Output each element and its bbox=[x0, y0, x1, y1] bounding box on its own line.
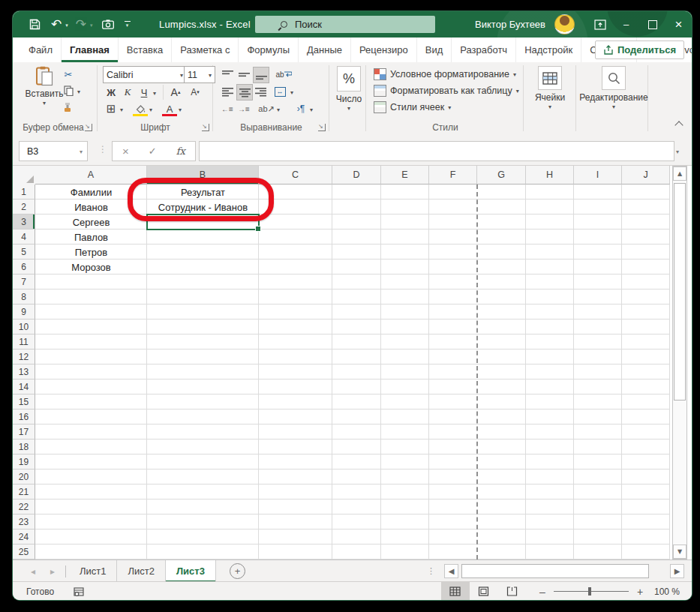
font-size-select[interactable]: 11▾ bbox=[184, 66, 215, 83]
column-header-J[interactable]: J bbox=[622, 166, 670, 184]
undo-icon[interactable]: ↶ bbox=[51, 16, 62, 32]
prev-sheet-icon[interactable]: ◂ bbox=[23, 560, 43, 582]
row-header-3[interactable]: 3 bbox=[13, 214, 35, 230]
paste-button[interactable]: Вставить ▾ bbox=[26, 66, 62, 106]
format-painter-button[interactable] bbox=[61, 100, 76, 115]
copy-button[interactable] bbox=[61, 83, 76, 98]
text-direction-dropdown-icon[interactable]: ▾ bbox=[310, 107, 313, 113]
zoom-level[interactable]: 100 % bbox=[654, 586, 680, 597]
column-header-F[interactable]: F bbox=[429, 166, 477, 184]
cell-A6[interactable]: Морозов bbox=[35, 260, 147, 274]
row-header-16[interactable]: 16 bbox=[13, 410, 35, 424]
align-center-button[interactable] bbox=[236, 84, 253, 100]
sheet-tab-3[interactable]: Лист3 bbox=[166, 560, 216, 582]
column-header-H[interactable]: H bbox=[526, 166, 574, 184]
close-button[interactable]: × bbox=[665, 11, 692, 38]
horizontal-scrollbar[interactable]: ◀ ▶ bbox=[444, 564, 684, 578]
font-color-button[interactable]: А bbox=[162, 101, 177, 116]
customize-qat-icon[interactable]: ▾ bbox=[125, 21, 131, 28]
scroll-right-button[interactable]: ▶ bbox=[670, 564, 684, 578]
user-avatar[interactable] bbox=[554, 14, 575, 34]
borders-button[interactable]: ⊞ bbox=[104, 101, 119, 116]
enter-icon[interactable]: ✓ bbox=[149, 146, 157, 157]
ribbon-tab-5[interactable]: Данные bbox=[299, 38, 351, 62]
cell-A3[interactable]: Сергеев bbox=[35, 214, 147, 230]
scroll-down-button[interactable]: ▼ bbox=[673, 544, 686, 559]
merge-center-button[interactable]: ↔ bbox=[271, 84, 289, 99]
align-middle-button[interactable] bbox=[236, 67, 251, 82]
row-header-25[interactable]: 25 bbox=[13, 544, 35, 560]
ribbon-tab-6[interactable]: Рецензиро bbox=[351, 38, 417, 62]
row-header-19[interactable]: 19 bbox=[13, 454, 35, 470]
account-name[interactable]: Виктор Бухтеев bbox=[475, 19, 545, 30]
save-icon[interactable] bbox=[29, 19, 41, 30]
merge-dropdown-icon[interactable]: ▾ bbox=[290, 90, 293, 96]
ribbon-tab-1[interactable]: Главная bbox=[62, 38, 119, 62]
ribbon-tab-8[interactable]: Разработч bbox=[452, 38, 516, 62]
decrease-indent-button[interactable]: ←≡ bbox=[220, 101, 235, 116]
page-break-view-button[interactable] bbox=[498, 582, 527, 600]
ribbon-tab-4[interactable]: Формулы bbox=[239, 38, 299, 62]
scroll-up-button[interactable]: ▲ bbox=[673, 166, 686, 181]
maximize-button[interactable] bbox=[639, 11, 665, 38]
align-top-button[interactable] bbox=[220, 67, 235, 82]
row-header-23[interactable]: 23 bbox=[13, 514, 35, 530]
align-right-button[interactable] bbox=[253, 84, 268, 99]
cells-button[interactable]: Ячейки ▾ bbox=[529, 66, 571, 110]
undo-dropdown-icon[interactable]: ▾ bbox=[65, 22, 68, 28]
text-direction-button[interactable]: ›¶ bbox=[293, 101, 308, 116]
row-header-2[interactable]: 2 bbox=[13, 200, 35, 214]
column-header-I[interactable]: I bbox=[574, 166, 622, 184]
row-header-12[interactable]: 12 bbox=[13, 350, 35, 364]
clipboard-dialog-launcher[interactable]: ↘ bbox=[85, 124, 92, 131]
cut-button[interactable]: ✂ bbox=[61, 67, 76, 82]
increase-font-button[interactable]: А▴ bbox=[168, 85, 183, 100]
ribbon-tab-3[interactable]: Разметка с bbox=[172, 38, 239, 62]
row-header-24[interactable]: 24 bbox=[13, 530, 35, 544]
expand-formula-bar-icon[interactable]: ▾ bbox=[676, 149, 679, 155]
new-sheet-button[interactable]: + bbox=[230, 563, 245, 579]
font-family-select[interactable]: Calibri▾ bbox=[103, 66, 187, 83]
row-header-21[interactable]: 21 bbox=[13, 484, 35, 500]
fill-handle[interactable] bbox=[255, 226, 261, 232]
row-header-11[interactable]: 11 bbox=[13, 334, 35, 350]
orientation-dropdown-icon[interactable]: ▾ bbox=[277, 107, 280, 113]
column-header-D[interactable]: D bbox=[332, 166, 381, 184]
editing-button[interactable]: Редактирование ▾ bbox=[580, 66, 647, 110]
row-header-14[interactable]: 14 bbox=[13, 380, 35, 394]
next-sheet-icon[interactable]: ▸ bbox=[43, 560, 62, 582]
fill-color-dropdown-icon[interactable]: ▾ bbox=[149, 107, 152, 113]
borders-dropdown-icon[interactable]: ▾ bbox=[120, 107, 123, 113]
wrap-text-button[interactable]: ab bbox=[274, 67, 293, 82]
collapse-ribbon-icon[interactable] bbox=[674, 121, 683, 129]
copy-dropdown-icon[interactable]: ▾ bbox=[77, 89, 80, 95]
page-layout-view-button[interactable] bbox=[470, 582, 498, 600]
zoom-out-button[interactable]: – bbox=[537, 586, 548, 598]
row-header-1[interactable]: 1 bbox=[13, 184, 35, 200]
share-button[interactable]: Поделиться bbox=[595, 40, 684, 59]
styles-item-0[interactable]: Условное форматирование▾ bbox=[374, 68, 516, 80]
ribbon-tab-0[interactable]: Файл bbox=[20, 38, 62, 62]
fill-color-button[interactable] bbox=[133, 101, 148, 116]
column-header-A[interactable]: A bbox=[35, 166, 147, 184]
vertical-scrollbar[interactable]: ▲ ▼ bbox=[672, 166, 687, 560]
zoom-slider-thumb[interactable] bbox=[588, 587, 591, 596]
bold-button[interactable]: Ж bbox=[104, 85, 119, 100]
scroll-left-button[interactable]: ◀ bbox=[444, 564, 458, 578]
row-header-7[interactable]: 7 bbox=[13, 274, 35, 290]
row-header-4[interactable]: 4 bbox=[13, 230, 35, 244]
decrease-font-button[interactable]: А▾ bbox=[188, 85, 203, 100]
row-header-20[interactable]: 20 bbox=[13, 470, 35, 484]
cell-A4[interactable]: Павлов bbox=[35, 230, 147, 244]
underline-dropdown-icon[interactable]: ▾ bbox=[153, 91, 156, 97]
row-header-18[interactable]: 18 bbox=[13, 440, 35, 454]
ribbon-tab-7[interactable]: Вид bbox=[417, 38, 452, 62]
column-header-C[interactable]: C bbox=[259, 166, 332, 184]
styles-item-2[interactable]: Стили ячеек▾ bbox=[374, 101, 451, 113]
orientation-button[interactable]: ab↗ bbox=[259, 101, 274, 116]
formula-input[interactable] bbox=[199, 141, 674, 161]
row-header-9[interactable]: 9 bbox=[13, 304, 35, 320]
insert-function-icon[interactable]: fx bbox=[176, 146, 185, 157]
italic-button[interactable]: К bbox=[120, 85, 135, 100]
cell-A5[interactable]: Петров bbox=[35, 244, 147, 260]
